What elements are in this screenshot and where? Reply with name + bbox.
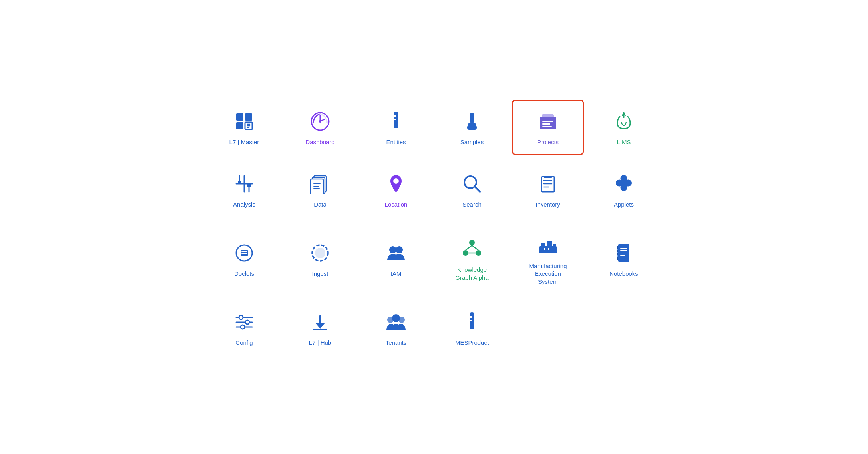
svg-rect-15 <box>470 113 474 124</box>
config-icon <box>231 309 257 335</box>
svg-rect-62 <box>544 248 545 250</box>
knowledgegraph-label: KnowledgeGraph Alpha <box>455 266 488 281</box>
analysis-label: Analysis <box>233 201 255 209</box>
svg-rect-28 <box>247 184 251 187</box>
svg-rect-20 <box>542 121 553 122</box>
app-samples[interactable]: Samples <box>436 100 508 155</box>
svg-rect-14 <box>394 119 396 120</box>
svg-rect-10 <box>394 113 398 127</box>
search-icon <box>459 171 485 197</box>
app-dashboard[interactable]: Dashboard <box>284 100 356 155</box>
app-projects[interactable]: Projects <box>512 100 584 155</box>
data-label: Data <box>314 201 326 209</box>
mesproduct-icon <box>459 309 485 335</box>
notebooks-label: Notebooks <box>609 270 638 278</box>
app-mesproduct[interactable]: MESProduct <box>436 301 508 355</box>
app-entities[interactable]: Entities <box>360 100 432 155</box>
l7master-label: L7 | Master <box>229 138 259 146</box>
svg-rect-88 <box>470 320 472 321</box>
svg-point-11 <box>394 112 398 114</box>
svg-line-37 <box>475 187 480 192</box>
svg-point-49 <box>315 248 325 258</box>
app-notebooks[interactable]: Notebooks <box>588 225 660 294</box>
ingest-label: Ingest <box>312 270 328 278</box>
svg-line-56 <box>472 245 478 250</box>
svg-rect-84 <box>470 313 474 328</box>
app-ingest[interactable]: Ingest <box>284 225 356 294</box>
svg-point-52 <box>469 240 475 245</box>
svg-rect-21 <box>542 123 550 125</box>
app-l7master[interactable]: L7 | Master <box>208 100 280 155</box>
svg-rect-27 <box>238 181 241 184</box>
app-lims[interactable]: LIMS <box>588 100 660 155</box>
entities-label: Entities <box>386 138 406 146</box>
svg-point-82 <box>387 317 394 323</box>
dashboard-icon <box>307 109 333 134</box>
projects-label: Projects <box>537 138 559 146</box>
svg-point-86 <box>470 327 474 329</box>
svg-rect-1 <box>245 114 252 121</box>
app-inventory[interactable]: Inventory <box>512 163 584 217</box>
svg-point-51 <box>396 246 403 253</box>
config-label: Config <box>235 339 253 347</box>
svg-rect-73 <box>617 255 618 257</box>
app-location[interactable]: Location <box>360 163 432 217</box>
svg-point-78 <box>245 320 249 324</box>
app-analysis[interactable]: Analysis <box>208 163 280 217</box>
app-iam[interactable]: IAM <box>360 225 432 294</box>
app-search[interactable]: Search <box>436 163 508 217</box>
app-tenants[interactable]: Tenants <box>360 301 432 355</box>
knowledgegraph-icon <box>459 236 485 262</box>
svg-rect-2 <box>236 122 243 129</box>
app-data[interactable]: Data <box>284 163 356 217</box>
samples-label: Samples <box>460 138 484 146</box>
entities-icon <box>383 109 409 134</box>
applets-label: Applets <box>614 201 634 209</box>
app-grid: L7 | Master Dashboard <box>208 100 660 355</box>
svg-point-50 <box>389 246 396 253</box>
svg-rect-0 <box>236 114 243 121</box>
inventory-icon <box>535 171 561 197</box>
svg-rect-72 <box>617 252 618 253</box>
app-knowledgegraph[interactable]: KnowledgeGraph Alpha <box>436 225 508 294</box>
location-icon <box>383 171 409 197</box>
svg-point-64 <box>552 244 553 245</box>
search-label: Search <box>462 201 482 209</box>
svg-point-85 <box>470 312 474 315</box>
app-l7hub[interactable]: L7 | Hub <box>284 301 356 355</box>
tenants-label: Tenants <box>386 339 407 347</box>
app-config[interactable]: Config <box>208 301 280 355</box>
iam-label: IAM <box>391 270 402 278</box>
svg-rect-63 <box>548 248 549 250</box>
projects-icon <box>535 109 561 134</box>
notebooks-icon <box>611 240 637 266</box>
inventory-label: Inventory <box>536 201 560 209</box>
svg-point-83 <box>398 317 405 323</box>
samples-icon <box>459 109 485 134</box>
mes-icon <box>535 233 561 258</box>
svg-point-12 <box>394 126 398 128</box>
svg-point-79 <box>241 325 245 329</box>
lims-label: LIMS <box>617 138 631 146</box>
location-label: Location <box>385 201 408 209</box>
dashboard-label: Dashboard <box>305 138 334 146</box>
app-doclets[interactable]: Doclets <box>208 225 280 294</box>
svg-point-77 <box>239 315 243 319</box>
doclets-icon <box>231 240 257 266</box>
svg-rect-22 <box>542 126 552 127</box>
app-mes[interactable]: ManufacturingExecutionSystem <box>512 225 584 294</box>
svg-line-55 <box>466 245 472 250</box>
mesproduct-label: MESProduct <box>455 339 489 347</box>
app-applets[interactable]: Applets <box>588 163 660 217</box>
ingest-icon <box>307 240 333 266</box>
lims-icon <box>611 109 637 134</box>
data-icon <box>307 171 333 197</box>
svg-point-54 <box>476 250 481 256</box>
svg-rect-60 <box>547 241 552 247</box>
svg-point-53 <box>463 250 468 256</box>
svg-rect-71 <box>617 249 618 250</box>
svg-rect-19 <box>540 117 556 129</box>
l7hub-label: L7 | Hub <box>309 339 331 347</box>
svg-rect-13 <box>394 115 396 117</box>
svg-rect-42 <box>544 176 552 178</box>
